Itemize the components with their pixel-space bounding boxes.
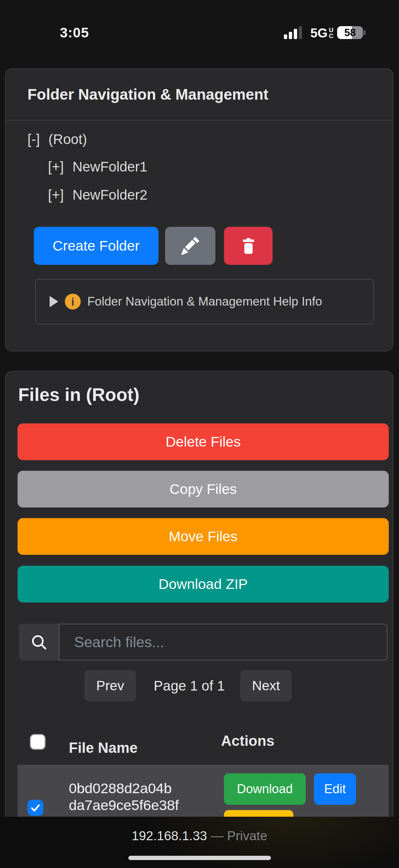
tree-item-label[interactable]: NewFolder1 <box>72 159 147 175</box>
download-file-button[interactable]: Download <box>224 773 306 805</box>
signal-bar <box>289 32 292 39</box>
help-summary-label[interactable]: Folder Navigation & Management Help Info <box>87 294 322 309</box>
address-separator: — <box>211 829 224 843</box>
battery-pill: 58 <box>337 26 363 39</box>
home-indicator[interactable] <box>128 856 271 860</box>
search-icon <box>29 632 48 652</box>
battery-nub <box>364 30 366 35</box>
info-icon: i <box>65 293 81 310</box>
privacy-label: Private <box>227 829 267 843</box>
prev-page-button[interactable]: Prev <box>85 670 136 702</box>
tree-item-newfolder1[interactable]: [+] NewFolder1 <box>48 158 147 176</box>
trash-icon <box>240 237 257 255</box>
select-all-checkbox[interactable] <box>30 734 46 750</box>
row-checkbox-checked[interactable] <box>28 800 43 816</box>
network-sub-label: U C <box>329 27 333 39</box>
network-type-indicator: 5G U C <box>310 26 333 40</box>
download-zip-button[interactable]: Download ZIP <box>18 566 389 602</box>
file-name: 0bd0288d2a04b da7ae9ce5f6e38f <box>69 780 179 814</box>
edit-file-button[interactable]: Edit <box>314 773 356 805</box>
delete-files-button[interactable]: Delete Files <box>18 424 389 460</box>
disclosure-triangle-icon[interactable] <box>49 296 58 307</box>
signal-strength-icon <box>284 26 302 39</box>
search-input[interactable] <box>59 624 388 660</box>
copy-files-button[interactable]: Copy Files <box>18 471 389 507</box>
move-files-button[interactable]: Move Files <box>18 518 389 555</box>
network-label: 5G <box>310 26 328 40</box>
card-header-divider <box>6 120 393 121</box>
folder-management-card: Folder Navigation & Management [-] (Root… <box>5 68 393 351</box>
files-card: Files in (Root) Delete Files Copy Files … <box>5 371 393 868</box>
signal-bar-empty <box>299 26 302 39</box>
page-indicator: Page 1 of 1 <box>144 670 234 702</box>
create-folder-button[interactable]: Create Folder <box>34 227 159 265</box>
files-card-title: Files in (Root) <box>18 384 140 405</box>
battery-percent: 58 <box>337 26 363 39</box>
signal-bar <box>294 29 297 39</box>
battery-icon: 58 <box>337 26 366 39</box>
folder-help-disclosure[interactable]: i Folder Navigation & Management Help In… <box>35 279 374 324</box>
delete-folder-button[interactable] <box>224 227 273 265</box>
address-bar[interactable]: 192.168.1.33 — Private <box>0 829 399 843</box>
column-header-actions: Actions <box>221 733 274 749</box>
status-time: 3:05 <box>53 25 96 41</box>
next-page-button[interactable]: Next <box>240 670 292 702</box>
tree-toggle[interactable]: [-] <box>28 131 40 147</box>
browser-toolbar: 192.168.1.33 — Private <box>0 817 399 868</box>
tree-item-label[interactable]: (Root) <box>48 131 87 147</box>
column-header-file-name: File Name <box>69 740 138 756</box>
rename-folder-button[interactable] <box>165 227 215 265</box>
folder-card-title: Folder Navigation & Management <box>28 85 268 103</box>
search-icon-box <box>19 624 59 660</box>
tree-item-label[interactable]: NewFolder2 <box>72 187 147 203</box>
tree-toggle[interactable]: [+] <box>48 187 64 203</box>
signal-bar <box>284 34 287 39</box>
iphone-screen: 3:05 5G U C 58 Folder Navigation & Manag… <box>0 0 399 868</box>
pencil-icon <box>181 237 199 255</box>
tree-item-root[interactable]: [-] (Root) <box>28 130 87 149</box>
tree-toggle[interactable]: [+] <box>48 159 64 175</box>
address-text[interactable]: 192.168.1.33 <box>132 829 207 843</box>
tree-item-newfolder2[interactable]: [+] NewFolder2 <box>48 186 147 204</box>
checkmark-icon <box>29 802 41 814</box>
